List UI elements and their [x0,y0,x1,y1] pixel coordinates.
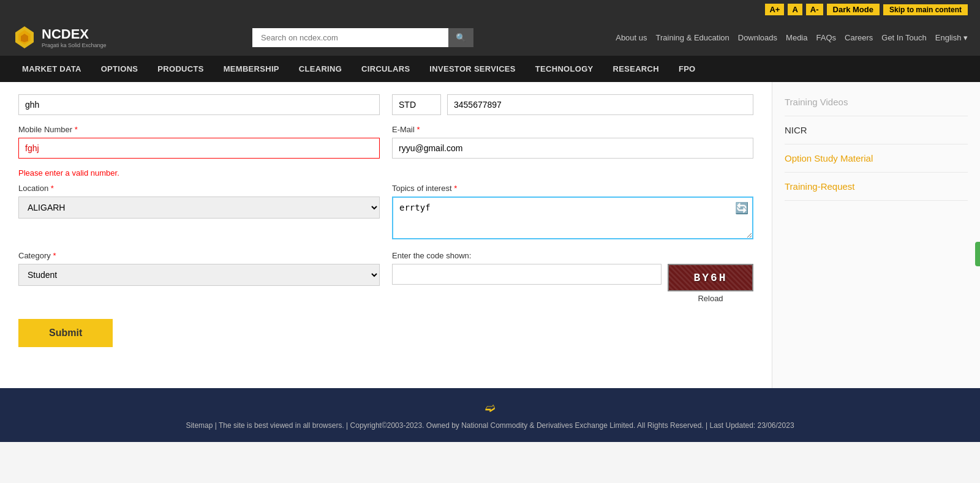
email-required: * [417,125,420,134]
footer: ➫ Sitemap | The site is best viewed in a… [0,388,980,442]
location-topics-row: Location * ALIGARH MUMBAI DELHI CHENNAI … [18,184,753,241]
mobile-group: Mobile Number * [18,125,380,159]
captcha-group: Enter the code shown: BY6H Reload [392,251,753,303]
captcha-label: Enter the code shown: [392,251,753,260]
location-group: Location * ALIGARH MUMBAI DELHI CHENNAI … [18,184,380,241]
nav-faqs[interactable]: FAQs [816,33,837,42]
mobile-label: Mobile Number * [18,125,380,134]
captcha-input[interactable] [392,264,662,285]
topics-group: Topics of interest * errtyf 🔄 [392,184,753,241]
nav-contact[interactable]: Get In Touch [881,33,926,42]
font-smaller-button[interactable]: A- [806,4,823,15]
footer-copyright: Sitemap | The site is best viewed in all… [186,421,794,430]
email-label: E-Mail * [392,125,753,134]
main-area: Mobile Number * E-Mail * Please enter a … [0,82,772,388]
category-label: Category * [18,251,380,260]
topics-icon: 🔄 [735,201,748,215]
category-group: Category * Student Farmer Trader Investo… [18,251,380,303]
phone-input[interactable] [447,94,753,115]
sidebar: Training Videos NICR Option Study Materi… [772,82,980,388]
nav-careers[interactable]: Careers [845,33,873,42]
mobile-input[interactable] [18,138,380,159]
category-required: * [53,251,56,260]
submit-button[interactable]: Submit [18,319,113,347]
nav-circulars[interactable]: CIRCULARS [352,56,420,82]
name-input[interactable] [18,94,380,115]
nav-about[interactable]: About us [616,33,647,42]
captcha-text: BY6H [693,272,727,284]
phone-group [392,94,753,115]
sidebar-link-nicr[interactable]: NICR [785,125,807,135]
nav-downloads[interactable]: Downloads [738,33,777,42]
name-phone-row [18,94,753,115]
name-group [18,94,380,115]
location-required: * [51,184,54,193]
font-larger-button[interactable]: A+ [765,4,784,15]
chevron-icon: ➫ [12,400,968,415]
location-label: Location * [18,184,380,193]
topics-textarea[interactable]: errtyf [392,197,753,239]
search-input[interactable] [252,28,448,47]
search-button[interactable]: 🔍 [448,28,473,47]
search-bar: 🔍 [123,28,603,47]
sidebar-link-training-videos[interactable]: Training Videos [785,97,848,107]
nav-fpo[interactable]: FPO [669,56,706,82]
dark-mode-button[interactable]: Dark Mode [827,4,880,15]
sidebar-item-nicr: NICR [785,116,968,144]
category-captcha-row: Category * Student Farmer Trader Investo… [18,251,753,303]
nav-membership[interactable]: MEMBERSHIP [214,56,289,82]
logo-icon [12,25,37,50]
top-bar: A+ A A- Dark Mode Skip to main content [0,0,980,19]
logo-subtitle: Pragati ka Solid Exchange [42,42,107,48]
nav-research[interactable]: RESEARCH [603,56,669,82]
nav-market-data[interactable]: MARKET DATA [12,56,91,82]
email-group: E-Mail * [392,125,753,159]
captcha-reload-button[interactable]: Reload [698,294,723,303]
std-input[interactable] [392,94,441,115]
captcha-image: BY6H [668,264,753,291]
nav-clearing[interactable]: CLEARING [289,56,352,82]
sidebar-link-training-request[interactable]: Training-Request [785,181,855,192]
topics-wrapper: errtyf 🔄 [392,197,753,241]
header-nav: About us Training & Education Downloads … [616,33,968,42]
sidebar-link-option-study[interactable]: Option Study Material [785,153,873,163]
logo-text-area: NCDEX Pragati ka Solid Exchange [42,26,107,48]
submit-area: Submit [18,313,753,347]
nav-training[interactable]: Training & Education [656,33,729,42]
mobile-error-message: Please enter a valid number. [18,168,753,178]
main-nav: MARKET DATA OPTIONS PRODUCTS MEMBERSHIP … [0,56,980,82]
logo-title: NCDEX [42,26,107,42]
topics-required: * [454,184,457,193]
nav-options[interactable]: OPTIONS [91,56,148,82]
nav-products[interactable]: PRODUCTS [148,56,213,82]
language-selector[interactable]: English ▾ [935,33,968,42]
nav-investor[interactable]: INVESTOR SERVICES [420,56,525,82]
header: NCDEX Pragati ka Solid Exchange 🔍 About … [0,19,980,56]
email-input[interactable] [392,138,753,159]
sidebar-item-training-request: Training-Request [785,173,968,201]
mobile-email-row: Mobile Number * E-Mail * [18,125,753,159]
topics-label: Topics of interest * [392,184,753,193]
captcha-row-inner: BY6H Reload [392,264,753,303]
captcha-image-area: BY6H Reload [668,264,753,303]
logo-area: NCDEX Pragati ka Solid Exchange [12,25,110,50]
mobile-required: * [75,125,78,134]
search-icon: 🔍 [456,33,466,42]
skip-to-main-button[interactable]: Skip to main content [883,4,968,15]
sidebar-item-option-study: Option Study Material [785,144,968,173]
nav-technology[interactable]: TECHNOLOGY [526,56,603,82]
category-select[interactable]: Student Farmer Trader Investor Other [18,264,380,286]
page-content: Mobile Number * E-Mail * Please enter a … [0,82,980,388]
scroll-indicator [975,242,980,266]
location-select[interactable]: ALIGARH MUMBAI DELHI CHENNAI KOLKATA [18,197,380,219]
font-medium-button[interactable]: A [788,4,802,15]
nav-media[interactable]: Media [786,33,807,42]
sidebar-item-training-videos: Training Videos [785,88,968,116]
